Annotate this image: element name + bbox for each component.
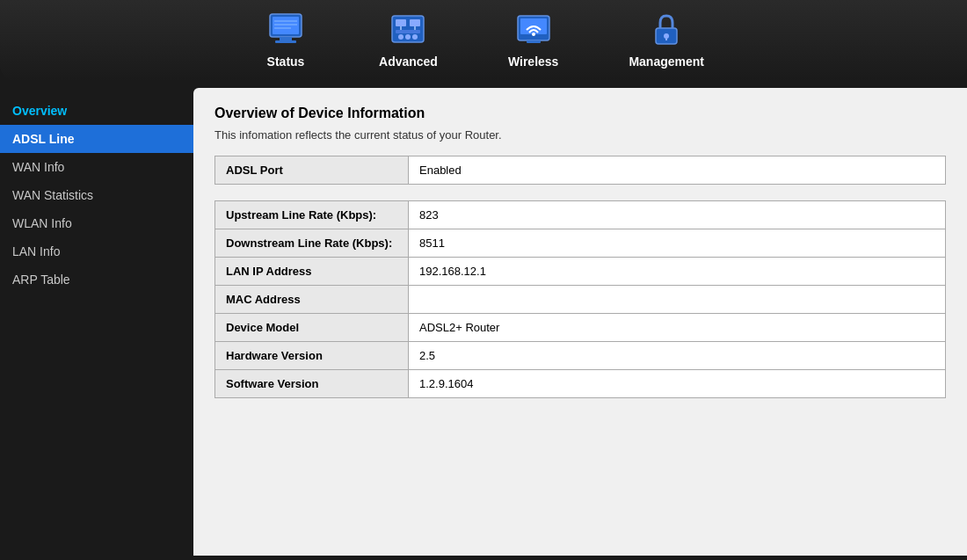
sw-version-label: Software Version	[215, 370, 409, 398]
sidebar-item-wlan-info[interactable]: WLAN Info	[0, 209, 193, 237]
details-table: Upstream Line Rate (Kbps): 823 Downstrea…	[214, 200, 946, 398]
lan-ip-value: 192.168.12.1	[409, 258, 946, 286]
sidebar-item-arp-table[interactable]: ARP Table	[0, 265, 193, 294]
sw-version-value: 1.2.9.1604	[409, 370, 946, 398]
nav-wireless[interactable]: Wireless	[508, 9, 558, 69]
sidebar-item-wan-statistics[interactable]: WAN Statistics	[0, 181, 193, 209]
table-row: Hardware Version 2.5	[215, 342, 946, 370]
svg-rect-9	[410, 19, 420, 26]
table-row: Software Version 1.2.9.1604	[215, 370, 946, 398]
adsl-port-label: ADSL Port	[215, 156, 409, 185]
main-layout: Overview ADSL Line WAN Info WAN Statisti…	[0, 88, 967, 556]
svg-rect-10	[396, 30, 420, 33]
upstream-label: Upstream Line Rate (Kbps):	[215, 201, 409, 229]
svg-rect-22	[665, 36, 667, 40]
downstream-label: Downstream Line Rate (Kbps):	[215, 229, 409, 258]
wireless-icon	[511, 9, 556, 51]
table-row: Device Model ADSL2+ Router	[215, 314, 946, 342]
table-row: MAC Address	[215, 286, 946, 314]
nav-status[interactable]: Status	[263, 9, 309, 69]
content-area: Overview of Device Information This info…	[193, 88, 967, 556]
hw-version-value: 2.5	[409, 342, 946, 370]
table-row: LAN IP Address 192.168.12.1	[215, 258, 946, 286]
upstream-value: 823	[409, 201, 946, 229]
table-row: ADSL Port Enabled	[215, 156, 946, 185]
svg-point-11	[398, 34, 404, 40]
sidebar-item-lan-info[interactable]: LAN Info	[0, 237, 193, 265]
mac-label: MAC Address	[215, 286, 409, 314]
device-model-label: Device Model	[215, 314, 409, 342]
nav-status-label: Status	[267, 55, 305, 69]
monitor-icon	[263, 9, 309, 51]
page-subtitle: This infomation reflects the current sta…	[214, 128, 946, 142]
table-row: Downstream Line Rate (Kbps): 8511	[215, 229, 946, 258]
svg-rect-18	[527, 40, 541, 43]
svg-rect-3	[275, 40, 296, 43]
svg-rect-2	[280, 37, 292, 40]
device-model-value: ADSL2+ Router	[409, 314, 946, 342]
nav-management[interactable]: Management	[629, 9, 704, 69]
downstream-value: 8511	[409, 229, 946, 258]
top-navigation: Status Advanced	[0, 0, 967, 81]
mac-value	[409, 286, 946, 314]
sidebar-item-adsl-line[interactable]: ADSL Line	[0, 125, 193, 153]
sidebar: Overview ADSL Line WAN Info WAN Statisti…	[0, 88, 193, 556]
page-title: Overview of Device Information	[214, 105, 946, 121]
hw-version-label: Hardware Version	[215, 342, 409, 370]
advanced-icon	[385, 9, 431, 51]
sidebar-item-wan-info[interactable]: WAN Info	[0, 153, 193, 181]
table-row: Upstream Line Rate (Kbps): 823	[215, 201, 946, 229]
svg-rect-1	[273, 17, 299, 34]
nav-advanced-label: Advanced	[379, 55, 438, 69]
svg-rect-8	[396, 19, 406, 26]
svg-point-19	[532, 33, 535, 36]
lan-ip-label: LAN IP Address	[215, 258, 409, 286]
adsl-port-value: Enabled	[409, 156, 946, 185]
sidebar-item-overview[interactable]: Overview	[0, 97, 193, 125]
svg-point-12	[405, 34, 411, 40]
adsl-port-table: ADSL Port Enabled	[214, 156, 946, 185]
nav-wireless-label: Wireless	[508, 55, 558, 69]
nav-advanced[interactable]: Advanced	[379, 9, 438, 69]
nav-management-label: Management	[629, 55, 704, 69]
svg-point-13	[412, 34, 418, 40]
management-icon	[643, 9, 689, 51]
